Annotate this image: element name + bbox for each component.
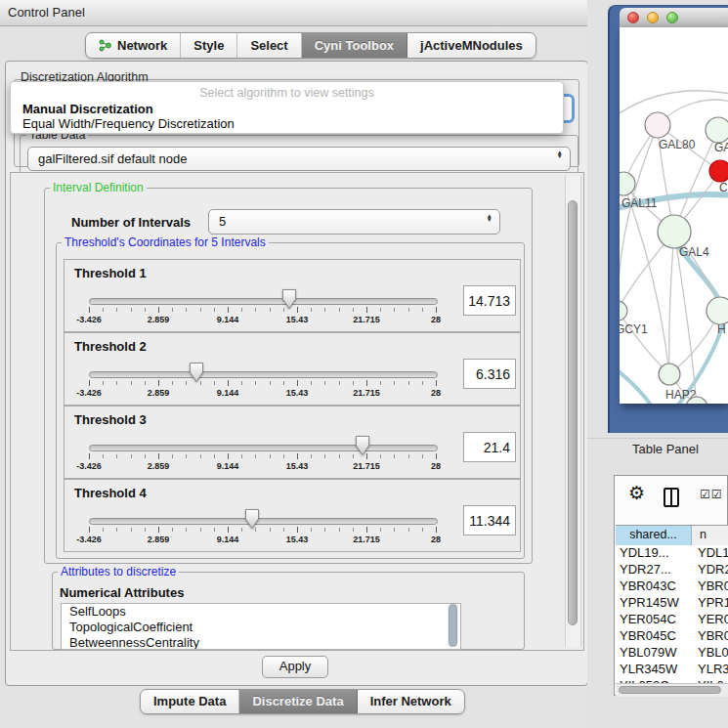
column-header-name[interactable]: n: [692, 526, 728, 545]
slider-thumb[interactable]: [355, 435, 370, 456]
table-header-row: shared... n: [616, 525, 728, 546]
table-cell: YBL0: [691, 645, 728, 662]
scrollbar-thumb[interactable]: [449, 604, 457, 647]
table-row[interactable]: YBR043CYBR0: [616, 578, 728, 595]
tick: [408, 308, 409, 312]
network-node[interactable]: [706, 117, 728, 143]
tick-label: -3.426: [76, 388, 102, 398]
tab-cyni-toolbox[interactable]: Cyni Toolbox: [302, 33, 407, 58]
tick: [200, 528, 201, 532]
tick-label: 21.715: [353, 535, 380, 544]
table-row[interactable]: YLR345WYLR3: [616, 662, 728, 678]
network-edge: [669, 232, 674, 374]
tick: [311, 308, 312, 312]
tick-label: 21.715: [353, 461, 380, 471]
slider-ticks: -3.4262.8599.14415.4321.71528: [89, 333, 436, 405]
network-node[interactable]: [645, 112, 670, 138]
table-data-combobox-value: galFiltered.sif default node: [38, 148, 187, 170]
tab-jactivemnodules[interactable]: jActiveMNodules: [407, 33, 535, 58]
select-columns-icon[interactable]: ☑☑: [700, 488, 723, 501]
interval-definition-group-title: Interval Definition: [50, 181, 147, 194]
tick: [339, 308, 340, 312]
network-node[interactable]: [620, 172, 635, 195]
table-panel-title: Table Panel: [632, 442, 699, 456]
tick: [270, 308, 271, 312]
tick: [324, 454, 325, 458]
tick: [380, 308, 381, 312]
threshold-2-slider[interactable]: -3.4262.8599.14415.4321.71528: [89, 333, 436, 405]
bottom-tab-bar: Impute Data Discretize Data Infer Networ…: [140, 689, 465, 714]
network-canvas[interactable]: GAL80GACGAL11GAL4GCY1HHAP2: [620, 27, 728, 404]
network-node[interactable]: [659, 364, 680, 385]
attribute-item[interactable]: TopologicalCoefficient: [62, 620, 460, 635]
tick: [394, 308, 395, 312]
top-tab-bar: Network Style Select Cyni Toolbox jActiv…: [85, 32, 536, 59]
table-row[interactable]: YDR27...YDR2: [616, 562, 728, 578]
zoom-traffic-light-icon[interactable]: [666, 12, 678, 23]
network-edge: [623, 184, 669, 374]
threshold-2-panel: Threshold 2 -3.4262.8599.14415.4321.7152…: [64, 332, 521, 406]
tick: [324, 528, 325, 532]
table-row[interactable]: YBL079WYBL0: [616, 645, 728, 662]
minimize-traffic-light-icon[interactable]: [647, 12, 659, 23]
network-edge: [620, 91, 728, 117]
menu-item-equal-width-frequency[interactable]: Equal Width/Frequency Discretization: [22, 116, 235, 131]
table-cell: YDL1: [691, 545, 728, 562]
tab-infer-network[interactable]: Infer Network: [358, 690, 464, 713]
table-row[interactable]: YPR145WYPR1: [616, 595, 728, 612]
tick: [408, 381, 409, 385]
slider-thumb[interactable]: [189, 362, 204, 383]
network-node[interactable]: [620, 301, 627, 321]
tick: [214, 528, 215, 532]
gear-icon[interactable]: ⚙: [628, 484, 645, 503]
settings-vertical-scrollbar[interactable]: [565, 176, 581, 647]
attribute-item[interactable]: BetweennessCentrality: [62, 635, 460, 650]
tab-impute-data[interactable]: Impute Data: [141, 690, 239, 713]
slider-thumb[interactable]: [244, 508, 260, 530]
tab-select[interactable]: Select: [237, 33, 301, 58]
threshold-value-field[interactable]: 14.713: [463, 285, 516, 316]
number-of-intervals-combobox[interactable]: 5 ▲▼: [208, 209, 500, 235]
close-traffic-light-icon[interactable]: [627, 12, 639, 23]
threshold-value-field[interactable]: 11.344: [463, 505, 516, 535]
attribute-item[interactable]: SelfLoops: [62, 604, 460, 620]
slider-thumb[interactable]: [281, 288, 297, 310]
scrollbar-thumb[interactable]: [568, 200, 578, 625]
threshold-value-field[interactable]: 21.4: [463, 432, 516, 462]
tab-network[interactable]: Network: [86, 33, 181, 58]
tab-style[interactable]: Style: [181, 33, 237, 58]
tick: [436, 380, 437, 386]
table-row[interactable]: YER054CYER0: [616, 612, 728, 628]
scrollbar-thumb[interactable]: [619, 686, 721, 694]
table-data-combobox[interactable]: galFiltered.sif default node ▲▼: [27, 147, 571, 171]
tick: [339, 381, 340, 385]
threshold-value-field[interactable]: 6.316: [463, 359, 516, 389]
attributes-list-scrollbar[interactable]: [448, 604, 458, 647]
tab-label: Infer Network: [370, 690, 451, 713]
tick: [186, 528, 187, 532]
tick: [158, 527, 159, 533]
table-row[interactable]: YBR045CYBR0: [616, 628, 728, 645]
table-horizontal-scrollbar[interactable]: [616, 683, 728, 697]
network-node[interactable]: [658, 215, 691, 248]
number-of-intervals-label: Number of Intervals: [71, 215, 191, 230]
table-cell: YBL079W: [616, 645, 691, 662]
tick: [436, 453, 437, 459]
tick: [422, 381, 423, 385]
threshold-4-slider[interactable]: -3.4262.8599.14415.4321.71528: [89, 480, 436, 551]
apply-button[interactable]: Apply: [262, 656, 328, 678]
column-layout-icon[interactable]: [664, 488, 679, 507]
table-row[interactable]: YDL19...YDL1: [616, 545, 728, 562]
threshold-1-slider[interactable]: -3.4262.8599.14415.4321.71528: [89, 260, 436, 331]
tick: [255, 454, 256, 458]
tab-discretize-data[interactable]: Discretize Data: [239, 690, 357, 713]
threshold-3-slider[interactable]: -3.4262.8599.14415.4321.71528: [89, 407, 436, 478]
table-rows[interactable]: YDL19...YDL1YDR27...YDR2YBR043CYBR0YPR14…: [616, 545, 728, 683]
menu-item-manual-discretization[interactable]: Manual Discretization: [22, 102, 153, 116]
numerical-attributes-list[interactable]: SelfLoopsTopologicalCoefficientBetweenne…: [61, 603, 461, 650]
network-node[interactable]: [709, 160, 728, 182]
network-node-label: GCY1: [620, 322, 648, 336]
column-header-shared-name[interactable]: shared...: [616, 526, 692, 545]
network-edge-thick: [620, 367, 657, 404]
network-node[interactable]: [707, 297, 728, 324]
